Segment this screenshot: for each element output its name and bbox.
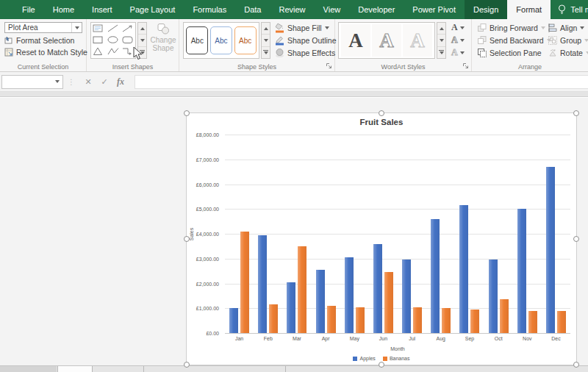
- legend-item-apples[interactable]: Apples: [353, 356, 375, 361]
- bar-bananas-aug[interactable]: [442, 308, 451, 333]
- chart-element-selector[interactable]: Plot Area: [4, 22, 82, 33]
- y-tick-label: £1,000.00: [196, 306, 219, 311]
- shapes-gallery[interactable]: [90, 22, 136, 59]
- send-backward-label: Send Backward: [490, 36, 544, 45]
- shape-outline-icon: [275, 35, 284, 46]
- tab-formulas[interactable]: Formulas: [184, 0, 235, 19]
- bar-bananas-jun[interactable]: [384, 272, 393, 333]
- tab-page-layout[interactable]: Page Layout: [121, 0, 184, 19]
- text-outline-button[interactable]: A: [451, 34, 465, 46]
- change-shape-button[interactable]: Change Shape: [148, 23, 178, 52]
- tab-developer[interactable]: Developer: [349, 0, 404, 19]
- legend-item-bananas[interactable]: Bananas: [383, 356, 410, 361]
- x-axis-title[interactable]: Month: [225, 346, 570, 351]
- bar-apples-feb[interactable]: [258, 235, 267, 333]
- bar-bananas-oct[interactable]: [500, 299, 509, 333]
- styles-scroll-down-icon[interactable]: [262, 35, 270, 46]
- bar-apples-oct[interactable]: [489, 260, 498, 333]
- bar-apples-apr[interactable]: [316, 270, 325, 333]
- formula-input[interactable]: [135, 75, 588, 89]
- bar-bananas-jul[interactable]: [413, 307, 422, 333]
- tell-me-box[interactable]: Tell me what you want to do: [551, 0, 588, 19]
- group-label-shape-styles: Shape Styles: [179, 63, 334, 71]
- group-button[interactable]: Group: [547, 34, 588, 46]
- tab-home[interactable]: Home: [44, 0, 83, 19]
- gallery-scroll-down-icon[interactable]: [138, 35, 146, 46]
- wordart-preset-1[interactable]: A: [341, 24, 370, 57]
- chart-handle-top-left[interactable]: [184, 110, 190, 116]
- gallery-scroll-up-icon[interactable]: [138, 23, 146, 35]
- tab-file[interactable]: File: [13, 0, 44, 19]
- chart-handle-middle-right[interactable]: [573, 236, 579, 242]
- reset-to-match-style-button[interactable]: Reset to Match Style: [3, 46, 83, 58]
- wordart-more-icon[interactable]: [437, 47, 445, 58]
- chevron-down-icon: [460, 26, 465, 29]
- bar-apples-jan[interactable]: [229, 308, 238, 333]
- rotate-button[interactable]: Rotate: [547, 46, 588, 59]
- wordart-preset-2[interactable]: A: [372, 24, 401, 57]
- cancel-button[interactable]: ✕: [80, 77, 96, 87]
- chart-handle-top-right[interactable]: [573, 110, 579, 116]
- bar-bananas-dec[interactable]: [557, 311, 566, 333]
- bar-bananas-mar[interactable]: [298, 246, 306, 333]
- shape-style-preset-3[interactable]: Abc: [234, 26, 257, 54]
- chart-handle-bottom-right[interactable]: [573, 362, 579, 368]
- bar-apples-may[interactable]: [345, 257, 354, 333]
- name-box[interactable]: [1, 75, 63, 89]
- text-effects-button[interactable]: A: [451, 46, 465, 59]
- wordart-preset-3[interactable]: A: [403, 24, 432, 57]
- chart-handle-middle-left[interactable]: [184, 236, 190, 242]
- tab-design[interactable]: Design: [465, 0, 507, 19]
- bar-bananas-may[interactable]: [356, 307, 365, 333]
- shape-style-preset-2[interactable]: Abc: [210, 26, 232, 54]
- shape-effects-button[interactable]: Shape Effects: [273, 46, 344, 59]
- tab-view[interactable]: View: [315, 0, 350, 19]
- bring-forward-label: Bring Forward: [490, 24, 538, 32]
- selection-pane-button[interactable]: Selection Pane: [476, 46, 551, 59]
- send-backward-button[interactable]: Send Backward: [476, 34, 551, 46]
- send-backward-icon: [478, 36, 487, 45]
- tab-format[interactable]: Format: [507, 0, 551, 19]
- chart-handle-bottom-middle[interactable]: [379, 362, 384, 368]
- shape-style-preset-1[interactable]: Abc: [186, 26, 208, 54]
- bar-apples-jul[interactable]: [402, 260, 411, 333]
- bar-bananas-feb[interactable]: [269, 304, 278, 333]
- chart-title[interactable]: Fruit Sales: [187, 118, 576, 126]
- wordart-scroll-up-icon[interactable]: [437, 23, 445, 35]
- chart-handle-bottom-left[interactable]: [184, 362, 190, 368]
- bar-apples-mar[interactable]: [287, 282, 295, 333]
- format-selection-button[interactable]: Format Selection: [3, 35, 83, 46]
- name-box-chevron-down-icon[interactable]: [51, 76, 62, 88]
- legend-swatch: [353, 357, 357, 361]
- chart-fruit-sales[interactable]: Fruit Sales Sales £0.00£1,000.00£2,000.0…: [186, 112, 577, 365]
- text-fill-button[interactable]: A: [451, 21, 465, 34]
- bar-apples-nov[interactable]: [517, 209, 526, 333]
- shape-fill-button[interactable]: Shape Fill: [273, 21, 344, 34]
- bar-bananas-nov[interactable]: [528, 311, 537, 333]
- align-button[interactable]: Align: [547, 21, 588, 34]
- bar-apples-jun[interactable]: [373, 244, 382, 334]
- styles-more-icon[interactable]: [262, 47, 270, 58]
- tab-review[interactable]: Review: [270, 0, 314, 19]
- bar-apples-dec[interactable]: [546, 167, 555, 333]
- insert-function-button[interactable]: fx: [112, 76, 129, 87]
- bar-apples-aug[interactable]: [431, 219, 440, 333]
- bottom-strip-tab[interactable]: [57, 366, 93, 372]
- plot-area[interactable]: [225, 135, 570, 333]
- bar-bananas-jan[interactable]: [240, 232, 249, 333]
- bar-apples-sep[interactable]: [459, 205, 468, 333]
- bar-bananas-apr[interactable]: [327, 306, 336, 333]
- styles-scroll-up-icon[interactable]: [262, 23, 270, 35]
- bottom-scroll-strip[interactable]: [0, 365, 588, 372]
- tab-data[interactable]: Data: [235, 0, 270, 19]
- bring-forward-button[interactable]: Bring Forward: [476, 21, 551, 34]
- enter-button[interactable]: ✓: [96, 77, 112, 87]
- bar-bananas-sep[interactable]: [470, 310, 479, 333]
- chart-handle-top-middle[interactable]: [379, 110, 384, 116]
- wordart-gallery: A A A: [338, 22, 435, 59]
- tab-power-pivot[interactable]: Power Pivot: [404, 0, 465, 19]
- wordart-scroll-down-icon[interactable]: [437, 35, 445, 46]
- tab-insert[interactable]: Insert: [83, 0, 121, 19]
- shape-outline-button[interactable]: Shape Outline: [273, 34, 344, 46]
- chevron-down-icon[interactable]: [71, 23, 82, 32]
